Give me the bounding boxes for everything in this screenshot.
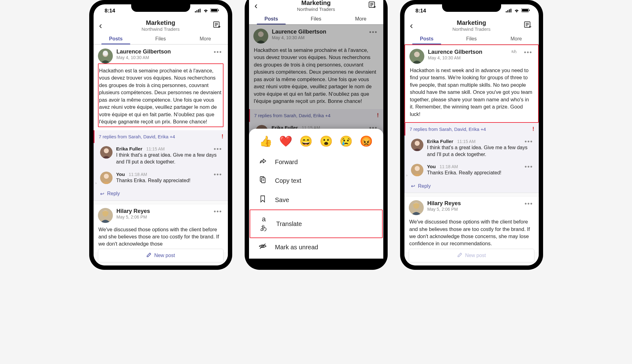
avatar-laurence[interactable] [253,29,268,44]
channel-title: Marketing [112,19,209,26]
tab-posts[interactable]: Posts [404,33,449,44]
reply-author: Erika Fuller [427,139,453,144]
translated-badge-icon: aあ [511,49,517,54]
avatar-you[interactable] [100,172,113,184]
svg-point-45 [414,52,420,57]
avatar-laurence[interactable] [409,49,424,64]
post-body-fr[interactable]: Hackathon est la semaine prochaine et à … [253,44,379,106]
svg-point-17 [104,174,109,179]
reply-you: You 11:18 AM Thanks Erika. Really apprec… [94,168,228,187]
new-post-button[interactable]: New post [98,249,224,262]
svg-rect-0 [195,11,196,12]
avatar-hilary[interactable] [409,200,424,215]
new-post-button[interactable]: New post [409,249,534,262]
reply-erika: Erika Fuller 11:15 AM I think that's a g… [94,143,228,168]
tab-files[interactable]: Files [138,33,183,44]
back-button[interactable]: ‹ [255,0,264,11]
channel-title: Marketing [423,19,520,26]
svg-rect-34 [507,10,508,12]
tab-posts[interactable]: Posts [94,33,138,44]
channel-details-icon[interactable] [524,21,533,30]
reaction-sad[interactable]: 😢 [339,135,353,147]
post-author: Laurence Gilbertson [428,49,508,55]
reply-button[interactable]: ↩ Reply [94,187,228,201]
avatar-laurence[interactable] [98,48,113,63]
status-icons [195,8,219,14]
reply-time: 11:18 AM [129,172,147,177]
phone-notch [442,3,501,12]
screen-1: 8:14 ‹ Marketing Northwind Traders Posts… [94,4,228,265]
new-post-label: New post [154,253,175,258]
svg-point-49 [415,166,420,171]
svg-rect-5 [211,9,217,12]
phone-2: ‹ Marketing Northwind Traders Posts File… [245,0,388,270]
thread-chevron-icon: › [406,173,408,177]
svg-rect-3 [200,9,201,12]
post-menu-button[interactable]: ••• [212,48,223,56]
feed[interactable]: Laurence Gilbertson May 4, 10:30 AM aあ •… [404,44,539,265]
post-author: Hilary Reyes [117,208,209,214]
reaction-row: 👍 ❤️ 😄 😮 😢 😡 [249,133,383,153]
channel-details-icon[interactable] [368,1,378,10]
reply-time: 11:15 AM [457,139,475,144]
post-author: Hilary Reyes [427,200,520,207]
avatar-hilary[interactable] [98,208,113,223]
avatar-you[interactable] [411,164,423,176]
reply-button[interactable]: ↩ Reply [404,179,539,193]
tab-more[interactable]: More [494,33,539,44]
channel-details-icon[interactable] [213,21,222,30]
post-menu-button[interactable]: ••• [368,29,379,36]
svg-point-15 [104,148,109,153]
menu-copy[interactable]: Copy text [249,171,383,190]
urgent-icon: ! [222,133,224,140]
reaction-heart[interactable]: ❤️ [279,135,292,147]
urgent-icon: ! [377,112,379,119]
post-menu-button[interactable]: ••• [212,208,223,215]
replies-summary[interactable]: 7 replies from Sarah, David, Erika +4 ! [94,130,228,143]
post-menu-button[interactable]: ••• [523,200,534,207]
post-1: Laurence Gilbertson May 4, 10:30 AM ••• … [94,44,228,130]
back-button[interactable]: ‹ [99,20,108,31]
replies-summary[interactable]: 7 replies from Sarah, David, Erika +4 ! [404,123,539,136]
feed[interactable]: Laurence Gilbertson May 4, 10:30 AM ••• … [94,44,228,265]
reaction-laugh[interactable]: 😄 [299,135,312,147]
reply-menu-button[interactable]: ••• [523,163,534,170]
post-menu-button[interactable]: ••• [523,49,533,56]
action-sheet: 👍 ❤️ 😄 😮 😢 😡 Forward Copy text [249,129,383,259]
menu-translate-label: Translate [276,220,302,228]
menu-forward[interactable]: Forward [249,153,383,171]
reaction-surprised[interactable]: 😮 [320,135,333,147]
menu-unread[interactable]: Mark as unread [249,238,383,256]
forward-icon [258,158,267,166]
svg-rect-36 [510,9,511,12]
post-time: May 4, 10:30 AM [428,55,508,60]
tab-files[interactable]: Files [294,13,339,24]
menu-translate[interactable]: aあ Translate [250,210,383,238]
tab-files[interactable]: Files [449,33,494,44]
back-button[interactable]: ‹ [410,20,419,31]
avatar-erika[interactable] [100,146,113,159]
post-author: Laurence Gilbertson [117,48,209,55]
reaction-thumbsup[interactable]: 👍 [259,135,272,147]
tab-more[interactable]: More [339,13,383,24]
menu-save[interactable]: Save [249,190,383,210]
svg-rect-35 [509,9,510,12]
avatar-erika[interactable] [411,139,423,151]
post-body-en[interactable]: Hackathon is next week and in advance yo… [409,64,534,119]
reply-you: You 11:18 AM Thanks Erika. Really apprec… [404,161,539,179]
reply-menu-button[interactable]: ••• [212,145,223,153]
reply-menu-button[interactable]: ••• [523,138,534,145]
svg-rect-38 [522,9,528,12]
channel-subtitle: Northwind Traders [268,7,365,12]
reply-menu-button[interactable]: ••• [212,171,223,178]
post-body[interactable]: We've discussed those options with the c… [98,223,224,249]
tab-posts[interactable]: Posts [249,13,294,24]
replies-summary[interactable]: 7 replies from Sarah, David, Erika +4 ! [249,109,383,122]
svg-rect-33 [506,11,507,12]
tab-more[interactable]: More [183,33,228,44]
post-body[interactable]: We've discussed those options with the c… [409,215,534,249]
thread-chevron-icon: › [95,181,97,185]
reaction-angry[interactable]: 😡 [360,135,373,147]
battery-icon [521,8,530,14]
post-body-fr[interactable]: Hackathon est la semaine prochaine et à … [98,63,224,127]
